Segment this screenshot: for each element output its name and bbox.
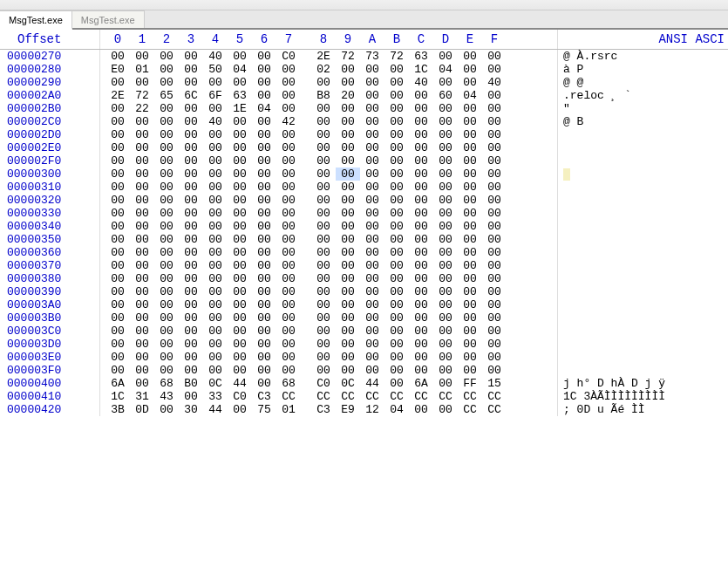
hex-byte[interactable]: CC bbox=[384, 390, 409, 403]
hex-byte[interactable]: 00 bbox=[458, 351, 482, 364]
hex-byte[interactable]: 0C bbox=[336, 377, 360, 390]
hex-byte[interactable]: 00 bbox=[203, 259, 228, 272]
hex-byte[interactable]: 00 bbox=[228, 364, 252, 377]
hex-byte[interactable]: 00 bbox=[228, 325, 252, 338]
hex-byte[interactable]: 00 bbox=[203, 338, 228, 351]
hex-byte[interactable]: 00 bbox=[105, 325, 130, 338]
hex-byte[interactable]: 00 bbox=[482, 220, 507, 233]
hex-byte[interactable]: 00 bbox=[458, 285, 482, 298]
hex-byte[interactable]: 00 bbox=[276, 311, 301, 325]
hex-bytes[interactable]: 00000000000000000000000000000000 bbox=[100, 325, 558, 338]
hex-byte[interactable]: CC bbox=[482, 403, 507, 416]
hex-byte[interactable]: 00 bbox=[433, 325, 458, 338]
ascii-cell[interactable] bbox=[558, 325, 728, 338]
hex-byte[interactable]: 00 bbox=[154, 351, 179, 364]
hex-byte[interactable]: 00 bbox=[203, 325, 228, 338]
hex-byte[interactable]: 00 bbox=[433, 311, 458, 325]
hex-byte[interactable]: 00 bbox=[179, 325, 203, 338]
hex-byte[interactable]: 44 bbox=[228, 377, 252, 390]
hex-bytes[interactable]: 00000000000000000000000000000000 bbox=[100, 351, 558, 364]
hex-byte[interactable]: 3B bbox=[105, 403, 130, 416]
hex-byte[interactable]: 00 bbox=[360, 246, 384, 259]
hex-byte[interactable]: 00 bbox=[360, 89, 384, 102]
hex-byte[interactable]: 00 bbox=[482, 246, 507, 259]
hex-byte[interactable]: 00 bbox=[360, 285, 384, 298]
hex-byte[interactable]: 2E bbox=[311, 50, 336, 63]
hex-byte[interactable]: 00 bbox=[105, 364, 130, 377]
hex-byte[interactable]: 00 bbox=[105, 351, 130, 364]
tab-inactive[interactable]: MsgTest.exe bbox=[72, 10, 145, 28]
hex-byte[interactable]: 00 bbox=[311, 233, 336, 246]
hex-byte[interactable]: 00 bbox=[433, 233, 458, 246]
hex-byte[interactable]: 00 bbox=[360, 141, 384, 154]
hex-byte[interactable]: 00 bbox=[384, 168, 409, 181]
hex-byte[interactable]: C0 bbox=[276, 50, 301, 63]
hex-row[interactable]: 000003D000000000000000000000000000000000 bbox=[0, 338, 728, 351]
hex-byte[interactable]: 00 bbox=[384, 259, 409, 272]
hex-byte[interactable]: 00 bbox=[311, 102, 336, 115]
hex-byte[interactable]: 00 bbox=[105, 76, 130, 89]
hex-byte[interactable]: 00 bbox=[433, 246, 458, 259]
hex-byte[interactable]: 00 bbox=[105, 246, 130, 259]
hex-byte[interactable]: CC bbox=[409, 390, 433, 403]
hex-row[interactable]: 000002D000000000000000000000000000000000 bbox=[0, 128, 728, 141]
hex-byte[interactable]: 00 bbox=[276, 102, 301, 115]
hex-row[interactable]: 000002B000220000001E04000000000000000000… bbox=[0, 102, 728, 115]
hex-byte[interactable]: 00 bbox=[360, 115, 384, 128]
hex-byte[interactable]: 00 bbox=[311, 115, 336, 128]
hex-row[interactable]: 0000038000000000000000000000000000000000 bbox=[0, 272, 728, 285]
hex-byte[interactable]: 00 bbox=[360, 259, 384, 272]
hex-byte[interactable]: 00 bbox=[252, 377, 276, 390]
hex-byte[interactable]: 00 bbox=[360, 181, 384, 194]
hex-byte[interactable]: 00 bbox=[360, 154, 384, 168]
hex-byte[interactable]: 00 bbox=[203, 207, 228, 220]
hex-byte[interactable]: 00 bbox=[203, 181, 228, 194]
hex-byte[interactable]: 00 bbox=[336, 102, 360, 115]
hex-bytes[interactable]: 00000000000000000000000000000000 bbox=[100, 364, 558, 377]
hex-byte[interactable]: 00 bbox=[154, 63, 179, 76]
hex-byte[interactable]: 00 bbox=[228, 298, 252, 311]
hex-byte[interactable]: 00 bbox=[384, 338, 409, 351]
hex-byte[interactable]: 00 bbox=[433, 50, 458, 63]
hex-byte[interactable]: 00 bbox=[252, 338, 276, 351]
hex-byte[interactable]: 00 bbox=[409, 298, 433, 311]
ascii-cell[interactable] bbox=[558, 298, 728, 311]
hex-byte[interactable]: 50 bbox=[203, 63, 228, 76]
hex-byte[interactable]: 00 bbox=[179, 76, 203, 89]
hex-byte[interactable]: 00 bbox=[179, 154, 203, 168]
hex-byte[interactable]: 00 bbox=[336, 311, 360, 325]
hex-byte[interactable]: 00 bbox=[228, 220, 252, 233]
ascii-cell[interactable] bbox=[558, 220, 728, 233]
hex-byte[interactable]: 00 bbox=[409, 154, 433, 168]
hex-byte[interactable]: 04 bbox=[252, 102, 276, 115]
hex-byte[interactable]: 01 bbox=[276, 403, 301, 416]
hex-byte[interactable]: 0C bbox=[203, 377, 228, 390]
hex-byte[interactable]: 00 bbox=[482, 141, 507, 154]
hex-byte[interactable]: 00 bbox=[336, 259, 360, 272]
hex-byte[interactable]: 00 bbox=[179, 272, 203, 285]
hex-byte[interactable]: E9 bbox=[336, 403, 360, 416]
hex-byte[interactable]: 00 bbox=[179, 259, 203, 272]
hex-byte[interactable]: 00 bbox=[130, 259, 154, 272]
hex-row[interactable]: 0000037000000000000000000000000000000000 bbox=[0, 259, 728, 272]
hex-byte[interactable]: 00 bbox=[409, 141, 433, 154]
hex-byte[interactable]: 00 bbox=[228, 246, 252, 259]
hex-byte[interactable]: 00 bbox=[154, 50, 179, 63]
hex-byte[interactable]: 00 bbox=[433, 128, 458, 141]
hex-byte[interactable]: 00 bbox=[384, 63, 409, 76]
hex-byte[interactable]: CC bbox=[311, 390, 336, 403]
hex-byte[interactable]: 00 bbox=[482, 154, 507, 168]
hex-byte[interactable]: 00 bbox=[130, 76, 154, 89]
hex-byte[interactable]: 00 bbox=[458, 207, 482, 220]
hex-byte[interactable]: CC bbox=[276, 390, 301, 403]
hex-byte[interactable]: 00 bbox=[130, 338, 154, 351]
hex-byte[interactable]: 00 bbox=[130, 311, 154, 325]
hex-byte[interactable]: 00 bbox=[179, 194, 203, 207]
hex-byte[interactable]: 00 bbox=[458, 311, 482, 325]
hex-byte[interactable]: 00 bbox=[360, 311, 384, 325]
hex-byte[interactable]: 00 bbox=[105, 207, 130, 220]
hex-byte[interactable]: 00 bbox=[409, 115, 433, 128]
hex-byte[interactable]: 6A bbox=[105, 377, 130, 390]
hex-byte[interactable]: 00 bbox=[105, 311, 130, 325]
hex-byte[interactable]: 04 bbox=[458, 89, 482, 102]
